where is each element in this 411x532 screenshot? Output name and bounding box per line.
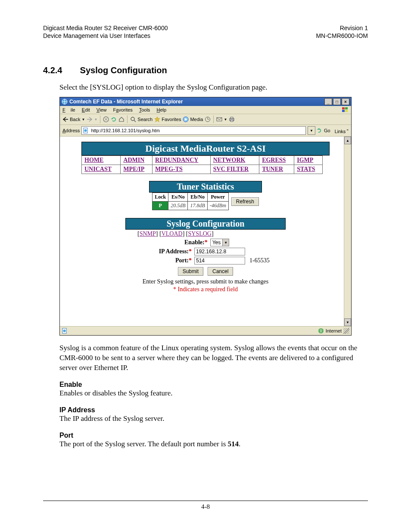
nav-mpegts[interactable]: MPEG-TS: [155, 166, 183, 172]
form-instruction: Enter Syslog settings, press submit to m…: [60, 278, 351, 285]
page-number: 4-8: [0, 503, 411, 510]
nav-egress[interactable]: EGRESS: [262, 157, 286, 163]
home-button[interactable]: [118, 116, 125, 122]
stop-icon: [103, 116, 109, 122]
header-left: Digicast Media Router S2 Receiver CMR-60…: [43, 24, 168, 40]
ip-input[interactable]: [194, 248, 245, 255]
paragraph-ip: The IP address of the Syslog server.: [59, 414, 368, 424]
link-snmp[interactable]: SNMP: [140, 230, 156, 237]
address-input[interactable]: [90, 128, 305, 134]
nav-igmp[interactable]: IGMP: [297, 157, 313, 163]
svg-marker-8: [155, 117, 160, 122]
menu-help[interactable]: Help: [156, 107, 166, 112]
chevron-down-icon: ▼: [222, 239, 229, 246]
nav-network[interactable]: NETWORK: [213, 157, 246, 163]
nav-svcfilter[interactable]: SVC FILTER: [213, 166, 249, 172]
browser-window: Comtech EF Data - Microsoft Internet Exp…: [59, 97, 352, 336]
history-button[interactable]: [205, 116, 211, 122]
history-icon: [205, 116, 211, 122]
menu-file[interactable]: File: [62, 107, 75, 112]
maximize-button[interactable]: □: [333, 98, 341, 105]
menu-view[interactable]: View: [97, 107, 107, 112]
svg-rect-2: [345, 107, 348, 109]
svg-point-19: [63, 330, 66, 332]
heading-port: Port: [59, 432, 368, 439]
address-label: Address: [62, 128, 80, 133]
enable-select[interactable]: Yes ▼: [210, 239, 230, 246]
tuner-statistics-title: Tuner Statistics: [149, 181, 262, 193]
page-icon: [62, 328, 68, 334]
media-icon: [183, 116, 189, 122]
address-dropdown[interactable]: ▼: [308, 126, 315, 135]
enable-label: Enable:*: [139, 239, 208, 246]
menu-favorites[interactable]: Favorites: [113, 107, 133, 112]
svg-rect-4: [345, 110, 348, 112]
mail-icon: [216, 117, 222, 122]
menu-tools[interactable]: Tools: [139, 107, 150, 112]
nav-home[interactable]: HOME: [84, 157, 103, 163]
svg-point-6: [131, 117, 134, 121]
ip-label: IP Address:*: [123, 248, 192, 255]
scrollbar[interactable]: ▲ ▼: [344, 137, 351, 326]
page-icon: [83, 128, 89, 134]
nav-admin[interactable]: ADMIN: [123, 157, 144, 163]
port-input[interactable]: [194, 257, 245, 264]
mail-button[interactable]: ▼: [216, 117, 227, 122]
cancel-button[interactable]: Cancel: [208, 267, 233, 276]
val-power: -46dBm: [207, 202, 228, 210]
back-arrow-icon: [62, 117, 68, 122]
star-icon: [154, 116, 160, 122]
col-ebno: Eb/No: [188, 193, 207, 202]
refresh-button[interactable]: [111, 116, 117, 122]
link-vload[interactable]: VLOAD: [162, 230, 183, 237]
stop-button[interactable]: [103, 116, 109, 122]
nav-unicast[interactable]: UNICAST: [84, 166, 112, 172]
paragraph-port: The port of the Syslog server. The defau…: [59, 439, 368, 449]
menubar: File Edit View Favorites Tools Help: [60, 106, 351, 114]
val-lock: P: [153, 202, 168, 210]
close-button[interactable]: ×: [342, 98, 349, 105]
port-label: Port:*: [123, 257, 192, 264]
nav-redundancy[interactable]: REDUNDANCY: [155, 157, 198, 163]
col-power: Power: [207, 193, 228, 202]
minimize-button[interactable]: _: [324, 98, 332, 105]
links-label[interactable]: Links »: [335, 128, 349, 134]
port-hint: 1-65535: [249, 257, 288, 264]
val-ebno: 17.8dB: [188, 202, 207, 210]
scroll-up-icon[interactable]: ▲: [344, 137, 351, 144]
link-syslog[interactable]: SYSLOG: [188, 230, 211, 237]
go-button[interactable]: Go: [317, 128, 330, 134]
val-esno: 20.5dB: [168, 202, 188, 210]
favorites-button[interactable]: Favorites: [154, 116, 181, 122]
svg-rect-14: [230, 117, 233, 118]
search-button[interactable]: Search: [130, 116, 153, 122]
print-button[interactable]: [229, 116, 235, 122]
svg-rect-1: [342, 107, 345, 109]
chevron-down-icon: ▼: [81, 118, 85, 121]
media-button[interactable]: Media: [183, 116, 203, 122]
section-number: 4.2.4: [43, 65, 78, 75]
refresh-button[interactable]: Refresh: [231, 197, 259, 206]
nav-mpeip[interactable]: MPE/IP: [123, 166, 144, 172]
paragraph-syslog: Syslog is a common feature of the Linux …: [59, 343, 368, 373]
address-input-wrap: [81, 126, 306, 135]
nav-table: HOME ADMIN REDUNDANCY NETWORK EGRESS IGM…: [81, 156, 323, 174]
back-button[interactable]: Back ▼: [62, 117, 85, 122]
resize-grip-icon[interactable]: [343, 328, 349, 334]
menu-edit[interactable]: Edit: [82, 107, 90, 112]
scroll-down-icon[interactable]: ▼: [344, 318, 351, 326]
window-title: Comtech EF Data - Microsoft Internet Exp…: [69, 99, 183, 105]
forward-button[interactable]: ▼: [87, 117, 97, 122]
paragraph-enable: Enables or disables the Syslog feature.: [59, 389, 368, 398]
refresh-icon: [111, 116, 117, 122]
submit-button[interactable]: Submit: [178, 267, 203, 276]
forward-arrow-icon: [87, 117, 93, 122]
titlebar: Comtech EF Data - Microsoft Internet Exp…: [60, 97, 351, 106]
heading-enable: Enable: [59, 381, 368, 389]
nav-stats[interactable]: STATS: [297, 166, 315, 172]
svg-rect-3: [342, 110, 345, 112]
nav-tuner[interactable]: TUNER: [262, 166, 283, 172]
heading-ip: IP Address: [59, 406, 368, 414]
svg-point-17: [84, 129, 87, 132]
tuner-table: Lock Es/No Eb/No Power P 20.5dB 17.8dB -…: [152, 193, 229, 210]
